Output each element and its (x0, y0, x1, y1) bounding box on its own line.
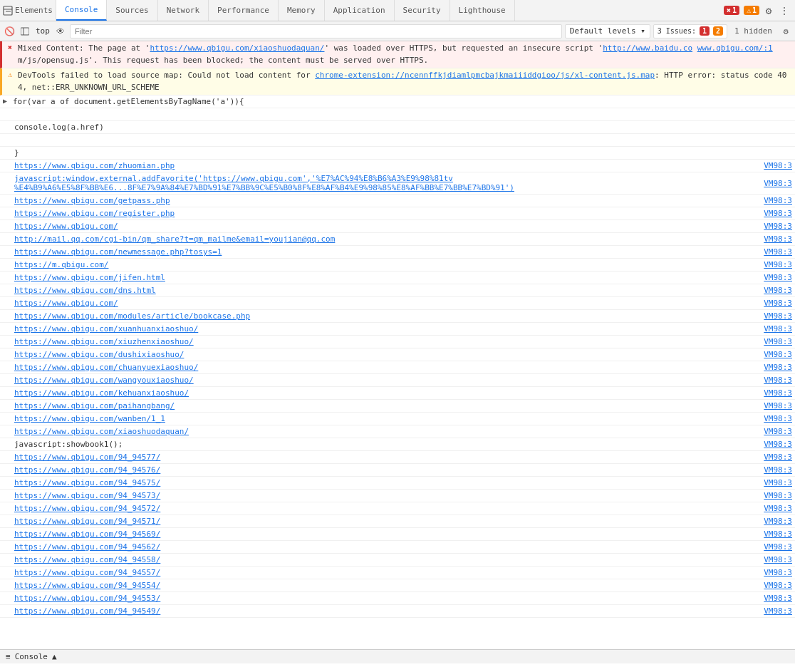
tab-memory[interactable]: Memory (279, 0, 325, 21)
tab-elements[interactable]: Elements (0, 0, 56, 21)
log-source[interactable]: VM98:3 (764, 542, 792, 552)
log-link-text[interactable]: https://www.qbigu.com/ (14, 222, 764, 231)
bottom-bar: ≡ Console ▲ (0, 649, 795, 663)
log-link-text[interactable]: https://www.qbigu.com/94_94554/ (14, 581, 764, 590)
log-source[interactable]: VM98:3 (764, 161, 792, 170)
log-link-text[interactable]: https://www.qbigu.com/94_94573/ (14, 491, 764, 500)
clear-console-button[interactable]: 🚫 (3, 25, 16, 38)
settings-button[interactable]: ⚙ (762, 4, 775, 17)
error-link-1[interactable]: https://www.qbigu.com/xiaoshuodaquan/ (150, 43, 324, 53)
log-source[interactable]: VM98:3 (764, 311, 792, 321)
filter-input[interactable] (70, 24, 562, 38)
tab-network[interactable]: Network (158, 0, 209, 21)
log-source[interactable]: VM98:3 (764, 517, 792, 526)
log-link-text[interactable]: https://www.qbigu.com/94_94571/ (14, 517, 764, 526)
log-source[interactable]: VM98:3 (764, 299, 792, 308)
log-link-text[interactable]: https://www.qbigu.com/94_94577/ (14, 453, 764, 462)
log-row: https://www.qbigu.com/dns.htmlVM98:3 (0, 284, 795, 297)
settings-console-button[interactable]: ⚙ (779, 25, 792, 38)
log-link-text[interactable]: https://www.qbigu.com/94_94575/ (14, 478, 764, 487)
log-source[interactable]: VM98:3 (764, 337, 792, 346)
log-link-text[interactable]: https://www.qbigu.com/register.php (14, 209, 764, 218)
log-source[interactable]: VM98:3 (764, 414, 792, 423)
log-link-text[interactable]: javascript:showbook1(); (14, 440, 764, 449)
log-link-text[interactable]: https://www.qbigu.com/getpass.php (14, 196, 764, 205)
log-link-text[interactable]: https://www.qbigu.com/xiuzhenxiaoshuo/ (14, 337, 764, 346)
log-source[interactable]: VM98:3 (764, 594, 792, 603)
log-link-text[interactable]: https://www.qbigu.com/94_94557/ (14, 568, 764, 577)
log-link-text[interactable]: https://www.qbigu.com/chuanyuexiaoshuo/ (14, 363, 764, 372)
log-source[interactable]: VM98:3 (764, 324, 792, 334)
log-link-text[interactable]: https://www.qbigu.com/ (14, 299, 764, 308)
log-link-text[interactable]: https://www.qbigu.com/94_94562/ (14, 542, 764, 552)
tab-performance[interactable]: Performance (209, 0, 279, 21)
more-options-button[interactable]: ⋮ (778, 4, 791, 17)
log-source[interactable]: VM98:3 (764, 529, 792, 539)
log-link-text[interactable]: https://www.qbigu.com/zhuomian.php (14, 161, 764, 170)
log-source[interactable]: VM98:3 (764, 222, 792, 231)
log-source[interactable]: VM98:3 (764, 401, 792, 410)
log-source[interactable]: VM98:3 (764, 427, 792, 436)
console-area: ✖ Mixed Content: The page at 'https://ww… (0, 41, 795, 649)
log-source[interactable]: VM98:3 (764, 491, 792, 500)
log-link-text[interactable]: https://www.qbigu.com/modules/article/bo… (14, 311, 764, 321)
log-link-text[interactable]: https://www.qbigu.com/dns.html (14, 286, 764, 295)
error-link-3[interactable]: www.qbigu.com/:1 (697, 43, 773, 53)
log-source[interactable]: VM98:3 (764, 196, 792, 205)
log-link-text[interactable]: https://www.qbigu.com/kehuanxiaoshuo/ (14, 388, 764, 398)
log-link-text[interactable]: https://www.qbigu.com/wangyouxiaoshuo/ (14, 376, 764, 385)
toggle-sidebar-button[interactable] (19, 25, 31, 38)
log-source[interactable]: VM98:3 (764, 179, 792, 188)
log-source[interactable]: VM98:3 (764, 286, 792, 295)
log-source[interactable]: VM98:3 (764, 465, 792, 475)
tab-sources[interactable]: Sources (107, 0, 157, 21)
log-link-text[interactable]: https://www.qbigu.com/jifen.html (14, 273, 764, 282)
log-source[interactable]: VM98:3 (764, 209, 792, 218)
log-source[interactable]: VM98:3 (764, 478, 792, 487)
tab-security-label: Security (403, 6, 441, 15)
log-link-text[interactable]: javascript:window.external.addFavorite('… (14, 174, 764, 192)
log-source[interactable]: VM98:3 (764, 363, 792, 372)
tab-security[interactable]: Security (395, 0, 450, 21)
log-source[interactable]: VM98:3 (764, 504, 792, 513)
log-link-text[interactable]: https://www.qbigu.com/94_94576/ (14, 465, 764, 475)
log-link-text[interactable]: https://www.qbigu.com/94_94572/ (14, 504, 764, 513)
log-source[interactable]: VM98:3 (764, 234, 792, 244)
log-source[interactable]: VM98:3 (764, 453, 792, 462)
tab-application[interactable]: Application (325, 0, 395, 21)
log-link-text[interactable]: http://mail.qq.com/cgi-bin/qm_share?t=qm… (14, 234, 764, 244)
log-link-text[interactable]: https://www.qbigu.com/xuanhuanxiaoshuo/ (14, 324, 764, 334)
log-source[interactable]: VM98:3 (764, 350, 792, 359)
log-source[interactable]: VM98:3 (764, 376, 792, 385)
issues-button[interactable]: 3 Issues: 1 2 (653, 24, 727, 38)
log-source[interactable]: VM98:3 (764, 388, 792, 398)
log-link-text[interactable]: https://www.qbigu.com/dushixiaoshuo/ (14, 350, 764, 359)
log-link-text[interactable]: https://www.qbigu.com/94_94558/ (14, 555, 764, 564)
tab-lighthouse[interactable]: Lighthouse (450, 0, 515, 21)
log-link-text[interactable]: https://www.qbigu.com/paihangbang/ (14, 401, 764, 410)
log-link-text[interactable]: https://www.qbigu.com/xiaoshuodaquan/ (14, 427, 764, 436)
bottom-chevron-icon[interactable]: ▲ (52, 652, 57, 661)
tab-console[interactable]: Console (56, 0, 107, 21)
bottom-label: Console (15, 652, 48, 661)
log-link-text[interactable]: https://m.qbigu.com/ (14, 260, 764, 269)
log-source[interactable]: VM98:3 (764, 568, 792, 577)
log-source[interactable]: VM98:3 (764, 555, 792, 564)
default-levels-dropdown[interactable]: Default levels ▾ (565, 24, 650, 38)
log-source[interactable]: VM98:3 (764, 606, 792, 616)
log-link-text[interactable]: https://www.qbigu.com/94_94569/ (14, 529, 764, 539)
log-link-text[interactable]: https://www.qbigu.com/wanben/1_1 (14, 414, 764, 423)
warning-link-1[interactable]: chrome-extension://ncennffkjdiamlpmcbajk… (315, 71, 655, 80)
log-source[interactable]: VM98:3 (764, 260, 792, 269)
log-link-text[interactable]: https://www.qbigu.com/newmessage.php?tos… (14, 247, 764, 257)
log-row: https://www.qbigu.com/94_94557/VM98:3 (0, 567, 795, 579)
error-link-2[interactable]: http://www.baidu.co (603, 43, 692, 53)
log-link-text[interactable]: https://www.qbigu.com/94_94553/ (14, 594, 764, 603)
expand-arrow[interactable]: ▶ (3, 97, 10, 105)
log-source[interactable]: VM98:3 (764, 247, 792, 257)
log-source[interactable]: VM98:3 (764, 273, 792, 282)
log-source[interactable]: VM98:3 (764, 440, 792, 449)
hidden-count[interactable]: 1 hidden (730, 26, 776, 36)
log-source[interactable]: VM98:3 (764, 581, 792, 590)
log-link-text[interactable]: https://www.qbigu.com/94_94549/ (14, 606, 764, 616)
